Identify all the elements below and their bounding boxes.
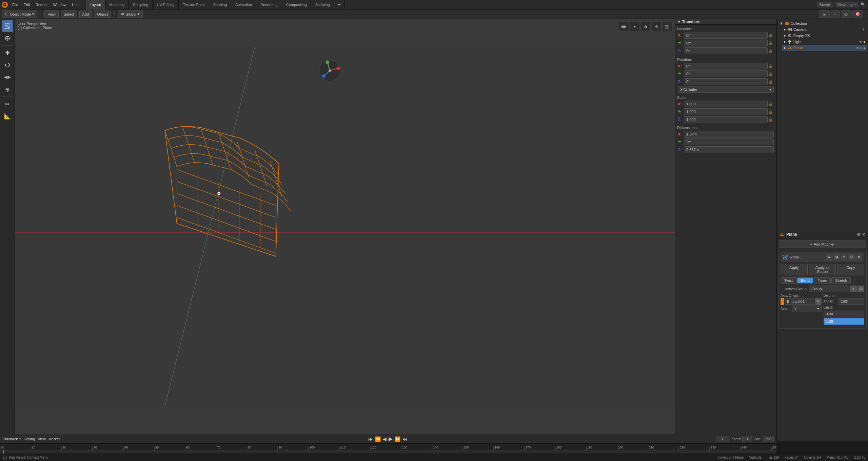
tab-sculpting[interactable]: Sculpting [129,0,153,9]
start-frame-input[interactable]: 1 [742,436,752,442]
menu-window[interactable]: Window [51,0,69,9]
modifier-remove-btn[interactable]: ✕ [855,254,862,260]
copy-button[interactable]: Copy [837,264,864,275]
tab-add[interactable]: + [334,0,344,9]
jump-to-start-btn[interactable]: ⏮ [368,436,374,442]
rotation-y-input[interactable]: 0° [684,70,768,77]
location-x-input[interactable]: 0m [684,32,768,39]
jump-to-end-btn[interactable]: ⏭ [402,436,408,442]
add-menu[interactable]: Add [79,11,92,18]
scene-item-empty[interactable]: ● Empty.001 [782,33,867,39]
tab-compositing[interactable]: Compositing [282,0,311,9]
move-tool[interactable] [2,47,13,59]
transform-panel-header[interactable]: ▼ Transform [675,19,776,25]
tab-bend[interactable]: Bend [797,277,813,284]
view-options-btn[interactable] [619,22,629,31]
transform-tool[interactable]: ⊕ [2,84,13,95]
scale-x-input[interactable]: 1.000 [684,101,768,107]
viewport-overlays[interactable]: ⊙ [841,11,851,18]
object-menu[interactable]: Object [94,11,111,18]
tab-texture-paint[interactable]: Texture Paint [179,0,209,9]
tab-stretch[interactable]: Stretch [831,277,851,284]
scale-x-lock[interactable]: 🔓 [768,102,774,106]
scale-z-input[interactable]: 1.000 [684,116,768,123]
rotation-z-lock[interactable]: 🔓 [768,80,774,84]
mode-selector[interactable]: ⬡ Object Mode ▾ [2,11,37,18]
viewport-shading-solid[interactable]: ● [630,22,639,31]
select-tool[interactable] [2,20,13,32]
tab-animation[interactable]: Animation [231,0,256,9]
modifier-viewport-btn[interactable]: ◑ [833,254,840,260]
jump-to-next-key-btn[interactable]: ⏩ [394,436,401,442]
scene-item-camera[interactable]: ● Camera 👁 [782,26,867,33]
annotate-tool[interactable]: ✏ [2,98,13,110]
menu-file[interactable]: File [9,0,21,9]
tab-shading[interactable]: Shading [209,0,231,9]
view-menu[interactable]: View [44,11,59,18]
tab-scripting[interactable]: Scripting [311,0,334,9]
viewport-gizmos[interactable]: 🎯 [852,11,863,18]
scene-item-plane[interactable]: ● Plane 👁 ⊙ ● [782,45,867,51]
tab-taper[interactable]: Taper [814,277,831,284]
select-menu[interactable]: Select [61,11,77,18]
angle-input[interactable]: 180° [839,298,865,305]
marker-menu-btn[interactable]: Marker [48,437,60,441]
rotation-x-lock[interactable]: 🔓 [768,64,774,68]
search-icon[interactable]: 🔍 [861,2,865,7]
modifier-render-btn[interactable]: ● [826,254,832,260]
tab-modeling[interactable]: Modeling [105,0,129,9]
scale-y-input[interactable]: 1.000 [684,108,768,115]
jump-to-prev-key-btn[interactable]: ⏪ [374,436,381,442]
scene-item-light[interactable]: ● Light 👁 ● [782,39,867,45]
play-back-btn[interactable]: ◀ [382,436,387,442]
play-btn[interactable]: ▶ [388,435,393,443]
view-layer-selector[interactable]: View Layer [835,2,859,7]
plane-select-icon[interactable]: ⊙ [860,46,863,50]
rotation-z-input[interactable]: 0° [684,78,768,85]
menu-help[interactable]: Help [69,0,82,9]
apply-button[interactable]: Apply [781,264,808,275]
axis-dropdown[interactable]: Y ▾ [792,306,822,312]
light-vis-icon[interactable]: 👁 [859,40,863,44]
location-y-input[interactable]: 0m [684,40,768,46]
snap-btn[interactable]: ⊡ [820,11,830,18]
viewport-shading-material[interactable]: ◑ [641,22,650,31]
location-z-input[interactable]: 0m [684,47,768,54]
rotate-tool[interactable] [2,59,13,71]
dim-x-input[interactable]: 1.64m [684,131,774,138]
cursor-tool[interactable] [2,33,13,44]
plane-render-icon[interactable]: ● [863,46,865,50]
measure-tool[interactable]: 📐 [2,110,13,122]
rotation-y-lock[interactable]: 🔓 [768,72,774,76]
tab-twist[interactable]: Twist [781,277,796,284]
tab-rendering[interactable]: Rendering [256,0,282,9]
location-y-lock[interactable]: 🔓 [768,41,774,45]
location-z-lock[interactable]: 🔓 [768,49,774,53]
camera-vis-icon[interactable]: 👁 [862,28,865,32]
origin-clear-btn[interactable]: × [815,298,822,305]
playback-menu-btn[interactable]: Playback [3,437,18,441]
dim-y-input[interactable]: 2m [684,139,774,145]
transform-orientation[interactable]: ⊕ Global ▾ [118,11,143,18]
scale-y-lock[interactable]: 🔓 [768,110,774,114]
limits-min-input[interactable]: 0.00 [824,311,865,317]
current-frame-display[interactable]: 1 [716,436,729,442]
modifier-close-icon[interactable]: ✕ [862,232,865,237]
transform-pivot[interactable]: ⊙ [652,22,661,31]
proportional-btn[interactable]: ○ [831,11,840,18]
main-viewport[interactable]: User Perspective (1) Collection | Plane … [15,19,675,434]
keying-menu-btn[interactable]: Keying [24,437,35,441]
modifier-cage-btn[interactable]: ⬡ [848,254,855,260]
origin-value[interactable]: Empty.001 [785,298,814,305]
scale-tool[interactable] [2,71,13,83]
rotation-mode-dropdown[interactable]: XYZ Euler ▾ [678,86,774,93]
vertex-group-clear-btn[interactable]: × [850,286,857,292]
modifier-edit-btn[interactable]: ✏ [841,254,847,260]
tab-layout[interactable]: Layout [86,0,105,9]
viewport-camera[interactable]: 📷 [663,22,672,31]
menu-render[interactable]: Render [33,0,51,9]
menu-edit[interactable]: Edit [21,0,33,9]
modifier-settings-icon[interactable]: ⚙ [857,232,861,237]
view-menu-btn[interactable]: View [38,437,46,441]
location-x-lock[interactable]: 🔓 [768,33,774,38]
